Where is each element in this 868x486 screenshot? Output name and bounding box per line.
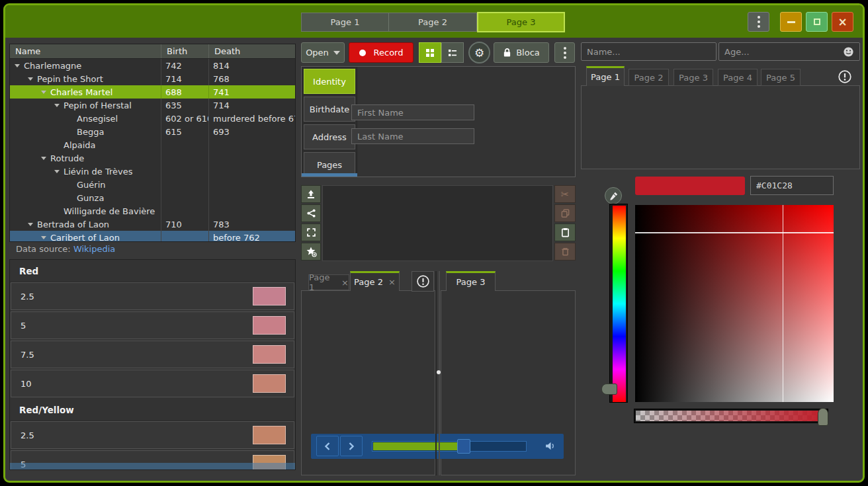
- fullscreen-button[interactable]: [301, 223, 321, 241]
- tree-row-selected[interactable]: Charles Martel 688741: [10, 85, 295, 99]
- tree-row[interactable]: Willigarde de Bavière: [10, 204, 295, 218]
- favorite-new-button[interactable]: [301, 243, 321, 261]
- tab-address[interactable]: Address: [304, 124, 355, 149]
- close-icon: ×: [838, 17, 847, 28]
- grid-view-button[interactable]: [419, 42, 441, 63]
- tree-col-name[interactable]: Name: [10, 44, 161, 58]
- family-tree-table: Name Birth Death Charlemagne 742814 Pepi…: [9, 44, 296, 242]
- close-button[interactable]: ×: [832, 12, 853, 32]
- list-view-button[interactable]: [441, 42, 464, 63]
- hex-color-field[interactable]: [750, 176, 834, 195]
- alpha-gradient[interactable]: [636, 411, 826, 421]
- alpha-slider[interactable]: [634, 409, 828, 423]
- section-header-red: Red: [10, 260, 295, 282]
- volume-button[interactable]: [544, 440, 557, 452]
- wikipedia-link[interactable]: Wikipedia: [73, 244, 115, 254]
- name-input[interactable]: [581, 42, 716, 61]
- delete-button[interactable]: [554, 243, 576, 261]
- munsell-item[interactable]: 2.5: [11, 421, 294, 449]
- expander-icon[interactable]: [54, 170, 64, 173]
- right-warning-button[interactable]: [836, 68, 853, 85]
- tree-row[interactable]: Rotrude: [10, 151, 295, 165]
- panel-splitter[interactable]: [435, 271, 441, 475]
- kebab-menu-icon: [564, 52, 566, 54]
- color-swatch: [253, 287, 286, 305]
- emoji-picker-button[interactable]: [843, 46, 854, 58]
- age-input[interactable]: [718, 42, 860, 61]
- right-tab-page4[interactable]: Page 4: [718, 69, 758, 86]
- paste-button[interactable]: [554, 223, 576, 241]
- munsell-item[interactable]: 5: [11, 311, 294, 339]
- next-button[interactable]: [340, 436, 363, 456]
- tree-row[interactable]: Gunza: [10, 191, 295, 204]
- maximize-button[interactable]: [806, 12, 828, 32]
- tree-row[interactable]: Pepin the Short 714768: [10, 72, 295, 85]
- right-tab-page2[interactable]: Page 2: [629, 69, 669, 86]
- expander-icon[interactable]: [41, 236, 50, 239]
- alpha-handle[interactable]: [818, 408, 828, 426]
- tree-row[interactable]: Charlemagne 742814: [10, 59, 295, 72]
- share-button[interactable]: [301, 204, 321, 222]
- munsell-item[interactable]: 7.5: [11, 341, 294, 368]
- header-tab-page2[interactable]: Page 2: [389, 13, 477, 32]
- seek-slider[interactable]: [372, 441, 527, 452]
- color-swatch: [253, 374, 286, 393]
- hue-slider[interactable]: [609, 204, 628, 403]
- tab-birthdate[interactable]: Birthdate: [304, 97, 355, 122]
- lock-button[interactable]: Bloca: [494, 42, 549, 63]
- expander-icon[interactable]: [41, 157, 50, 160]
- current-color-swatch[interactable]: [635, 177, 745, 195]
- expander-icon[interactable]: [15, 64, 24, 67]
- tree-row[interactable]: Ansegisel 602 or 610murdered before 679: [10, 112, 295, 125]
- minimize-button[interactable]: [780, 12, 802, 32]
- expander-icon[interactable]: [28, 223, 37, 226]
- right-tab-page1[interactable]: Page 1: [586, 66, 625, 86]
- first-name-field[interactable]: [351, 104, 474, 120]
- eyedropper-button[interactable]: [605, 187, 622, 204]
- close-tab-icon[interactable]: ×: [341, 278, 349, 288]
- cut-button[interactable]: ✂: [554, 185, 576, 203]
- tree-row[interactable]: Guérin: [10, 178, 295, 191]
- expander-icon[interactable]: [41, 91, 50, 94]
- saturation-value-square[interactable]: [635, 205, 834, 402]
- splitter-handle-dot: [437, 370, 441, 374]
- tab-identity[interactable]: Identity: [304, 69, 355, 94]
- tree-row[interactable]: Bertrada of Laon 710783: [10, 218, 295, 231]
- fullscreen-icon: [306, 227, 316, 237]
- open-dropdown-button[interactable]: Open: [301, 42, 345, 63]
- more-options-button[interactable]: [554, 42, 575, 63]
- scroll-indicator: [302, 173, 357, 177]
- last-name-field[interactable]: [351, 128, 474, 144]
- right-tab-page3[interactable]: Page 3: [673, 69, 713, 86]
- hue-handle[interactable]: [601, 384, 617, 395]
- tree-row[interactable]: Liévin de Trèves: [10, 165, 295, 178]
- tree-col-birth[interactable]: Birth: [161, 44, 208, 58]
- seek-handle[interactable]: [457, 439, 470, 454]
- tab-page2-closable[interactable]: Page 2×: [350, 271, 400, 291]
- header-tab-page3[interactable]: Page 3: [477, 12, 565, 32]
- expander-icon[interactable]: [54, 104, 64, 107]
- window-menu-button[interactable]: [748, 12, 769, 32]
- share-icon: [306, 208, 316, 218]
- munsell-item[interactable]: 2.5: [11, 282, 294, 310]
- upload-button[interactable]: [301, 185, 321, 203]
- tree-col-death[interactable]: Death: [208, 44, 295, 58]
- expander-icon[interactable]: [28, 77, 37, 81]
- warning-button[interactable]: [412, 271, 434, 292]
- munsell-item[interactable]: 10: [11, 370, 294, 397]
- header-tab-page1[interactable]: Page 1: [301, 13, 389, 32]
- horizontal-scroll-indicator[interactable]: [10, 463, 295, 469]
- tree-row[interactable]: Begga 615693: [10, 125, 295, 138]
- settings-button[interactable]: ⚙: [468, 42, 490, 63]
- tree-row[interactable]: Alpaida: [10, 138, 295, 151]
- hue-gradient[interactable]: [613, 206, 626, 402]
- copy-button[interactable]: [554, 204, 576, 222]
- close-tab-icon[interactable]: ×: [388, 277, 396, 287]
- tree-row-partially-visible[interactable]: Caribert of Laon before 762: [10, 231, 295, 242]
- tab-page1-closable[interactable]: Page 1×: [308, 274, 349, 290]
- record-button[interactable]: Record: [349, 42, 413, 63]
- previous-button[interactable]: [316, 436, 339, 456]
- tab-page3[interactable]: Page 3: [446, 271, 496, 291]
- right-tab-page5[interactable]: Page 5: [761, 69, 801, 86]
- tree-row[interactable]: Pepin of Herstal 635714: [10, 99, 295, 112]
